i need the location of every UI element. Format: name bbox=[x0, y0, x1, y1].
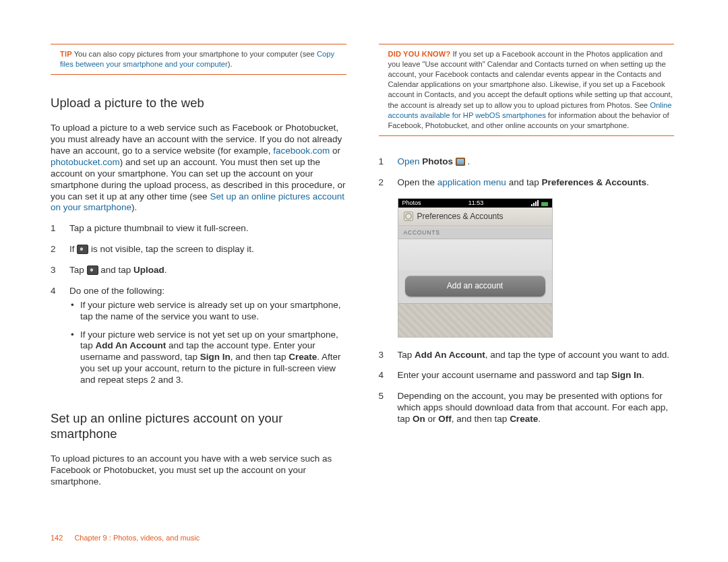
step-4-sub-1: • If your picture web service is already… bbox=[69, 300, 346, 323]
r-step-5: 5 Depending on the account, you may be p… bbox=[379, 391, 675, 425]
share-icon bbox=[77, 245, 88, 254]
page-footer: 142 Chapter 9 : Photos, videos, and musi… bbox=[51, 534, 200, 543]
setup-steps-cont: 3 Tap Add An Account, and tap the type o… bbox=[379, 350, 675, 425]
heading-upload: Upload a picture to the web bbox=[51, 95, 346, 111]
accounts-list-empty bbox=[398, 239, 552, 270]
r-step-1: 1 Open Photos . bbox=[379, 156, 675, 168]
upload-intro: To upload a picture to a web service suc… bbox=[51, 123, 346, 214]
dyk-body: If you set up a Facebook account in the … bbox=[388, 50, 673, 109]
page-number: 142 bbox=[51, 534, 63, 542]
status-app: Photos bbox=[402, 199, 421, 207]
step-4: 4 Do one of the following: • If your pic… bbox=[51, 286, 346, 393]
app-menu-link[interactable]: application menu bbox=[437, 177, 506, 187]
tip-body: You can also copy pictures from your sma… bbox=[74, 50, 317, 58]
setup-steps: 1 Open Photos . 2 Open the application m… bbox=[379, 156, 675, 189]
tip-label: TIP bbox=[60, 50, 72, 58]
heading-setup: Set up an online pictures account on you… bbox=[51, 410, 346, 441]
upload-steps: 1 Tap a picture thumbnail to view it ful… bbox=[51, 223, 346, 393]
gear-icon bbox=[404, 212, 413, 221]
page: TIP You can also copy pictures from your… bbox=[0, 0, 728, 497]
dyk-label: DID YOU KNOW? bbox=[388, 50, 451, 58]
status-bar: Photos 11:53 bbox=[398, 199, 552, 208]
step-4-subs: • If your picture web service is already… bbox=[69, 300, 346, 386]
step-4-sub-2: • If your picture web service is not yet… bbox=[69, 330, 346, 386]
screenshot-footer-area bbox=[398, 303, 552, 337]
left-column: TIP You can also copy pictures from your… bbox=[51, 44, 346, 497]
r-step-3: 3 Tap Add An Account, and tap the type o… bbox=[379, 350, 675, 361]
r-step-2: 2 Open the application menu and tap Pref… bbox=[379, 177, 675, 189]
setup-intro: To upload pictures to an account you hav… bbox=[51, 454, 346, 488]
step-1: 1 Tap a picture thumbnail to view it ful… bbox=[51, 223, 346, 235]
status-time: 11:53 bbox=[468, 199, 484, 207]
link-facebook[interactable]: facebook.com bbox=[273, 146, 330, 156]
screenshot-title: Preferences & Accounts bbox=[417, 212, 504, 222]
step-2: 2 If is not visible, tap the screen to d… bbox=[51, 244, 346, 255]
link-photobucket[interactable]: photobucket.com bbox=[51, 157, 120, 167]
signal-icon bbox=[531, 200, 548, 206]
accounts-section-label: ACCOUNTS bbox=[398, 226, 552, 239]
chapter-label: Chapter 9 : Photos, videos, and music bbox=[74, 534, 200, 542]
open-link[interactable]: Open bbox=[398, 156, 420, 166]
dyk-callout: DID YOU KNOW? If you set up a Facebook a… bbox=[379, 44, 675, 136]
phone-screenshot: Photos 11:53 Preferences & Accounts ACCO… bbox=[398, 198, 553, 338]
right-column: DID YOU KNOW? If you set up a Facebook a… bbox=[379, 44, 675, 497]
battery-icon bbox=[541, 202, 548, 206]
screenshot-title-bar: Preferences & Accounts bbox=[398, 208, 552, 226]
add-account-button[interactable]: Add an account bbox=[405, 276, 545, 296]
photos-app-icon bbox=[456, 158, 465, 166]
r-step-4: 4 Enter your account username and passwo… bbox=[379, 370, 675, 381]
tip-callout: TIP You can also copy pictures from your… bbox=[51, 44, 346, 75]
share-icon bbox=[87, 266, 98, 275]
step-3: 3 Tap and tap Upload. bbox=[51, 265, 346, 276]
tip-body-end: ). bbox=[228, 60, 233, 68]
